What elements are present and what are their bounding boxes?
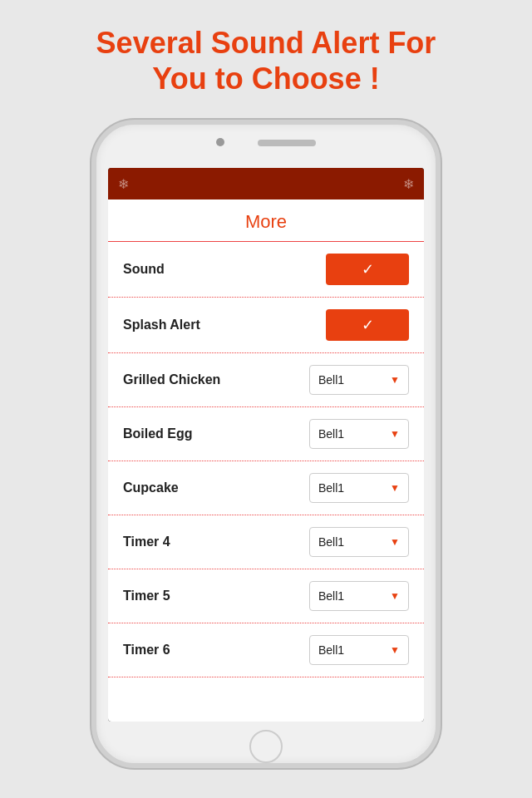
app-header: ❄ ❄ (108, 168, 424, 200)
setting-row-timer-6: Timer 6Bell1▼ (108, 623, 424, 677)
setting-row-boiled-egg: Boiled EggBell1▼ (108, 407, 424, 461)
dropdown-timer-6[interactable]: Bell1▼ (309, 635, 409, 665)
app-content: ❄ ❄ More Sound✓Splash Alert✓Grilled Chic… (108, 168, 424, 722)
home-button[interactable] (249, 730, 283, 763)
dropdown-arrow-timer-4: ▼ (390, 536, 400, 548)
dropdown-value-timer-6: Bell1 (318, 643, 344, 657)
check-icon-splash-alert: ✓ (362, 316, 374, 334)
label-boiled-egg: Boiled Egg (123, 426, 193, 441)
modal-body[interactable]: Sound✓Splash Alert✓Grilled ChickenBell1▼… (108, 242, 424, 722)
setting-row-timer-5: Timer 5Bell1▼ (108, 569, 424, 623)
modal-header: More (108, 200, 424, 242)
label-timer-5: Timer 5 (123, 589, 170, 603)
dropdown-arrow-timer-5: ▼ (390, 590, 400, 602)
phone-camera (216, 138, 224, 146)
label-cupcake: Cupcake (123, 480, 179, 495)
check-icon-sound: ✓ (362, 260, 374, 278)
dropdown-value-cupcake: Bell1 (318, 481, 344, 495)
setting-row-sound: Sound✓ (108, 242, 424, 298)
snowflake-left-icon: ❄ (118, 176, 129, 192)
dropdown-arrow-boiled-egg: ▼ (390, 428, 400, 440)
toggle-sound[interactable]: ✓ (326, 254, 409, 285)
dropdown-grilled-chicken[interactable]: Bell1▼ (309, 365, 409, 395)
phone-shell: ❄ ❄ More Sound✓Splash Alert✓Grilled Chic… (91, 120, 441, 768)
modal-panel: More Sound✓Splash Alert✓Grilled ChickenB… (108, 200, 424, 722)
setting-row-timer-4: Timer 4Bell1▼ (108, 515, 424, 569)
dropdown-boiled-egg[interactable]: Bell1▼ (309, 419, 409, 449)
phone-bottom (96, 730, 436, 763)
toggle-splash-alert[interactable]: ✓ (326, 309, 409, 341)
label-timer-4: Timer 4 (123, 534, 170, 549)
setting-row-grilled-chicken: Grilled ChickenBell1▼ (108, 353, 424, 407)
dropdown-cupcake[interactable]: Bell1▼ (309, 473, 409, 503)
dropdown-arrow-cupcake: ▼ (390, 482, 400, 494)
modal-title: More (245, 211, 287, 232)
dropdown-timer-4[interactable]: Bell1▼ (309, 527, 409, 557)
dropdown-value-boiled-egg: Bell1 (318, 427, 344, 441)
label-splash-alert: Splash Alert (123, 318, 200, 332)
dropdown-value-timer-4: Bell1 (318, 535, 344, 549)
setting-row-cupcake: CupcakeBell1▼ (108, 461, 424, 515)
label-grilled-chicken: Grilled Chicken (123, 372, 220, 387)
label-timer-6: Timer 6 (123, 643, 170, 658)
label-sound: Sound (123, 262, 165, 277)
snowflake-right-icon: ❄ (403, 176, 414, 192)
dropdown-timer-5[interactable]: Bell1▼ (309, 581, 409, 611)
phone-screen: ❄ ❄ More Sound✓Splash Alert✓Grilled Chic… (108, 168, 424, 722)
dropdown-value-grilled-chicken: Bell1 (318, 373, 344, 387)
phone-top (96, 125, 436, 168)
dropdown-arrow-grilled-chicken: ▼ (390, 374, 400, 386)
phone-speaker (258, 140, 316, 146)
dropdown-value-timer-5: Bell1 (318, 589, 344, 603)
page-title: Several Sound Alert For You to Choose ! (50, 25, 482, 96)
setting-row-splash-alert: Splash Alert✓ (108, 298, 424, 353)
dropdown-arrow-timer-6: ▼ (390, 644, 400, 656)
